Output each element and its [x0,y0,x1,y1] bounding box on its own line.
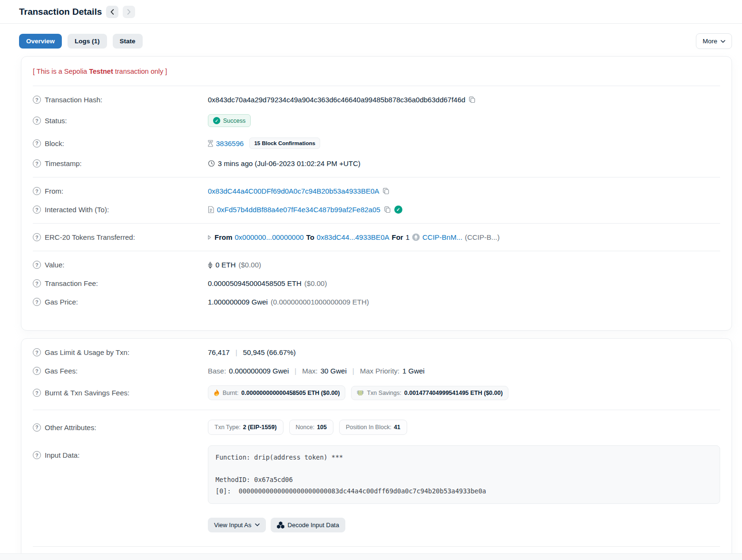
gas-limit-label: Gas Limit & Usage by Txn: [45,348,129,356]
gas-price-eth: (0.000000001000000009 ETH) [271,298,369,306]
help-icon[interactable]: ? [33,367,41,375]
block-label: Block: [45,139,64,147]
transfer-from-label: From [215,233,233,241]
token-name-link[interactable]: CCIP-BnM... [422,233,462,241]
input-data-box[interactable]: Function: drip(address token) *** Method… [208,445,720,504]
transfer-to-link[interactable]: 0x83dC44...4933BE0A [317,233,390,241]
txn-savings-value: 0.001477404999541495 ETH ($0.00) [404,390,503,396]
txn-type-badge: Txn Type: 2 (EIP-1559) [208,420,283,435]
status-label: Status: [45,117,67,125]
txn-savings-badge: Txn Savings: 0.001477404999541495 ETH ($… [351,386,508,400]
copy-icon-glyph [382,187,390,195]
prev-transaction-button[interactable] [106,6,118,18]
burnt-label: Burnt: [223,390,238,396]
row-gas-price: ? Gas Price: 1.000000009 Gwei (0.0000000… [33,293,720,311]
decode-input-data-button[interactable]: Decode Input Data [271,518,345,532]
help-icon[interactable]: ? [33,451,41,459]
more-button[interactable]: More [696,33,732,49]
base-fee-value: 0.000000009 Gwei [229,367,289,375]
chevron-right-icon [127,9,131,15]
verified-contract-icon: ✓ [394,206,402,214]
caret-right-icon [208,235,211,240]
help-icon[interactable]: ? [33,206,41,214]
page-header: Transaction Details [0,0,742,24]
help-icon[interactable]: ? [33,117,41,125]
help-icon[interactable]: ? [33,159,41,167]
value-label: Value: [45,261,64,269]
gas-fees-label: Gas Fees: [45,367,78,375]
transfer-from-link[interactable]: 0x000000...00000000 [235,233,304,241]
position-in-block-badge: Position In Block: 41 [339,420,407,435]
separator: | [350,367,357,375]
timestamp-value: 3 mins ago (Jul-06-2023 01:02:24 PM +UTC… [218,159,361,167]
gas-usage-value: 50,945 (66.67%) [243,348,296,356]
view-input-as-label: View Input As [214,521,252,529]
row-transaction-fee: ? Transaction Fee: 0.000050945000458505 … [33,274,720,293]
testnet-banner: [ This is a Sepolia Testnet transaction … [33,61,720,81]
timestamp-label: Timestamp: [45,159,82,167]
transaction-fee-value: 0.000050945000458505 ETH [208,279,302,287]
row-status: ? Status: ✓ Success [33,109,720,132]
success-check-icon: ✓ [213,117,220,124]
from-address-link[interactable]: 0x83dC44a4C00DFf69d0A0c7c94B20b53a4933BE… [208,187,379,195]
more-button-label: More [703,38,717,45]
money-wings-icon [357,390,364,396]
txn-type-value: 2 (EIP-1559) [243,424,277,431]
max-fee-value: 30 Gwei [321,367,347,375]
next-transaction-button[interactable] [123,6,135,18]
other-attributes-label: Other Attributes: [45,423,96,432]
to-address-link[interactable]: 0xFd57b4ddBf88a4e07fF4e34C487b99af2Fe82a… [217,206,381,214]
copy-icon[interactable] [383,206,391,214]
nonce-value: 105 [317,424,327,431]
help-icon[interactable]: ? [33,279,41,287]
tab-logs[interactable]: Logs (1) [68,34,107,49]
overview-card: [ This is a Sepolia Testnet transaction … [21,56,732,331]
row-other-attributes: ? Other Attributes: Txn Type: 2 (EIP-155… [33,414,720,440]
gas-price-value: 1.000000009 Gwei [208,298,268,306]
burnt-badge: Burnt: 0.000000000000458505 ETH ($0.00) [208,385,345,400]
help-icon[interactable]: ? [33,389,41,397]
interacted-with-label: Interacted With (To): [45,206,109,214]
transfer-amount: 1 [406,233,410,241]
block-number-link[interactable]: 3836596 [216,139,244,147]
copy-icon[interactable] [382,187,390,195]
help-icon[interactable]: ? [33,139,41,147]
position-label: Position In Block: [346,424,391,431]
row-block: ? Block: 3836596 15 Block Confirmations [33,132,720,154]
row-burnt-fees: ? Burnt & Txn Savings Fees: Burnt: 0.000… [33,380,720,405]
banner-prefix: [ This is a Sepolia [33,68,89,75]
base-fee-label: Base: [208,367,226,375]
help-icon[interactable]: ? [33,261,41,269]
status-badge-text: Success [223,118,245,124]
max-fee-label: Max: [302,367,318,375]
chevron-left-icon [110,9,114,15]
page-title: Transaction Details [19,7,102,17]
help-icon[interactable]: ? [33,96,41,104]
transaction-details-page: Transaction Details Overview Logs (1) St… [0,0,742,560]
tab-state[interactable]: State [113,34,143,49]
decode-input-data-label: Decode Input Data [288,521,339,529]
footer-strip [0,553,742,560]
copy-icon[interactable] [468,96,476,104]
erc20-label: ERC-20 Tokens Transferred: [45,233,135,241]
chevron-down-icon [255,523,260,526]
view-input-as-button[interactable]: View Input As [208,518,266,532]
chevron-down-icon [721,40,725,43]
status-badge: ✓ Success [208,114,251,127]
help-icon[interactable]: ? [33,348,41,356]
help-icon[interactable]: ? [33,423,41,432]
nonce-label: Nonce: [296,424,315,431]
transaction-fee-label: Transaction Fee: [45,279,98,287]
tab-overview[interactable]: Overview [19,34,62,49]
token-icon [412,233,420,241]
banner-testnet: Testnet [89,68,113,75]
help-icon[interactable]: ? [33,233,41,241]
gas-price-label: Gas Price: [45,298,78,306]
token-symbol: (CCIP-B...) [465,233,499,241]
copy-icon-glyph [469,96,476,103]
details-card: ? Gas Limit & Usage by Txn: 76,417 | 50,… [21,338,732,560]
help-icon[interactable]: ? [33,298,41,306]
txn-savings-label: Txn Savings: [367,390,401,396]
help-icon[interactable]: ? [33,187,41,195]
banner-suffix: transaction only ] [113,68,167,75]
